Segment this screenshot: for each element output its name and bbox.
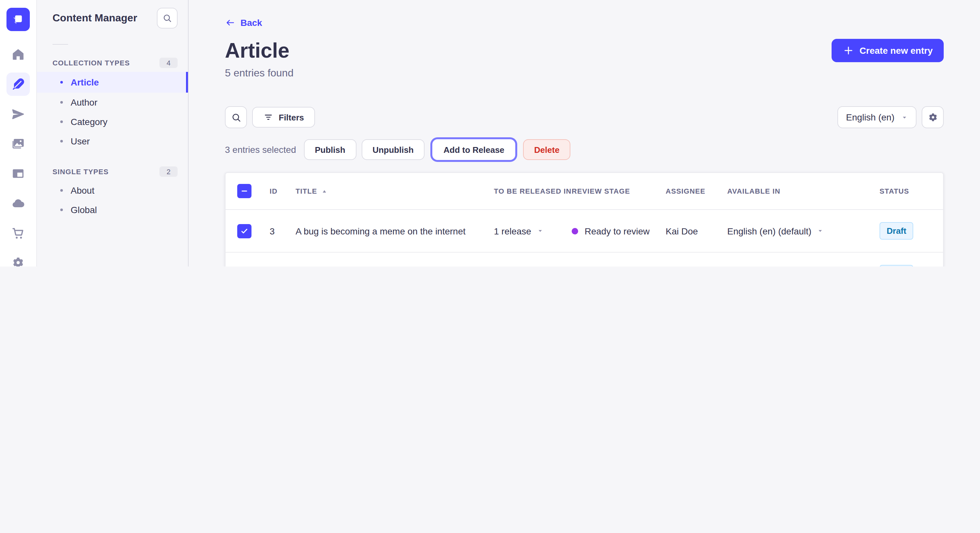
checkmark-icon xyxy=(240,226,249,235)
table-row[interactable]: 3 A bug is becoming a meme on the intern… xyxy=(226,210,943,252)
column-header-to-be-released-in: TO BE RELEASED IN xyxy=(494,187,572,195)
sidebar-item-label: Global xyxy=(71,205,97,215)
home-icon[interactable] xyxy=(6,43,30,66)
media-library-icon[interactable] xyxy=(6,132,30,155)
cell-release[interactable]: 1 release xyxy=(494,226,544,236)
sidebar-item-category[interactable]: Category xyxy=(37,112,188,132)
table-row[interactable]: 4 Beautiful picture - To do - English (e… xyxy=(226,252,943,266)
table-header-row: ID TITLE TO BE RELEASED IN REVIEW STAGE … xyxy=(226,173,943,210)
search-button[interactable] xyxy=(225,106,247,128)
strapi-logo[interactable] xyxy=(6,8,30,31)
section-count-badge: 2 xyxy=(159,167,178,177)
sidebar-item-global[interactable]: Global xyxy=(37,200,188,219)
cell-review-stage: Ready to review xyxy=(572,226,666,236)
app-window: KD Content Manager COLLECTION TYPES 4 Ar… xyxy=(0,0,980,266)
view-settings-button[interactable] xyxy=(922,106,944,128)
status-badge: Draft xyxy=(880,265,913,266)
search-icon xyxy=(231,112,242,123)
column-header-title[interactable]: TITLE xyxy=(296,187,494,195)
page-title: Article xyxy=(225,39,294,62)
main-content: Back Article 5 entries found Create new … xyxy=(189,0,980,266)
bullet-icon xyxy=(60,189,63,192)
back-label: Back xyxy=(240,17,262,28)
bullet-icon xyxy=(60,121,63,123)
divider xyxy=(52,44,68,45)
status-badge: Draft xyxy=(880,222,913,240)
selection-count-label: 3 entries selected xyxy=(225,144,296,155)
delete-button[interactable]: Delete xyxy=(523,139,570,160)
cell-id: 3 xyxy=(270,226,296,236)
marketplace-cart-icon[interactable] xyxy=(6,222,30,245)
caret-down-icon xyxy=(817,227,824,235)
caret-down-icon xyxy=(901,114,908,121)
column-header-assignee: ASSIGNEE xyxy=(666,187,727,195)
settings-gear-icon[interactable] xyxy=(6,251,30,266)
sidebar-item-label: User xyxy=(71,136,90,146)
deploy-cloud-icon[interactable] xyxy=(6,192,30,215)
column-header-review-stage: REVIEW STAGE xyxy=(572,187,666,195)
column-header-available-in: AVAILABLE IN xyxy=(727,187,880,195)
add-to-release-button[interactable]: Add to Release xyxy=(432,139,515,160)
bullet-icon xyxy=(60,140,63,143)
cell-assignee: Kai Doe xyxy=(666,226,727,236)
column-header-status: STATUS xyxy=(880,187,937,195)
navigation-rail: KD xyxy=(0,0,37,266)
plus-icon xyxy=(843,45,854,56)
sort-asc-icon xyxy=(321,187,328,195)
sidebar-item-label: About xyxy=(71,185,94,195)
back-arrow-icon xyxy=(225,17,235,28)
entries-count: 5 entries found xyxy=(225,67,294,79)
collection-types-header: COLLECTION TYPES 4 xyxy=(37,54,188,72)
sidebar: Content Manager COLLECTION TYPES 4 Artic… xyxy=(37,0,189,266)
filters-button[interactable]: Filters xyxy=(252,107,315,128)
content-manager-icon[interactable] xyxy=(6,73,30,96)
bullet-icon xyxy=(60,209,63,211)
create-new-entry-button[interactable]: Create new entry xyxy=(832,39,944,62)
sidebar-item-user[interactable]: User xyxy=(37,132,188,151)
locale-value: English (en) xyxy=(846,112,894,122)
section-count-badge: 4 xyxy=(159,58,178,68)
filter-icon xyxy=(263,112,274,122)
section-label: COLLECTION TYPES xyxy=(52,59,130,67)
sidebar-item-article[interactable]: Article xyxy=(37,72,188,93)
releases-paper-plane-icon[interactable] xyxy=(6,102,30,125)
content-type-builder-icon[interactable] xyxy=(6,162,30,185)
unpublish-button[interactable]: Unpublish xyxy=(361,139,425,160)
column-header-id: ID xyxy=(270,187,296,195)
publish-button[interactable]: Publish xyxy=(304,139,356,160)
gear-icon xyxy=(927,112,938,123)
cell-available-in[interactable]: English (en) (default) xyxy=(727,226,824,236)
sidebar-title: Content Manager xyxy=(52,12,137,24)
sidebar-item-label: Author xyxy=(71,97,97,108)
bullet-icon xyxy=(60,101,63,104)
review-stage-dot xyxy=(572,228,578,234)
sidebar-item-author[interactable]: Author xyxy=(37,93,188,112)
single-types-header: SINGLE TYPES 2 xyxy=(37,163,188,181)
section-label: SINGLE TYPES xyxy=(52,168,108,176)
back-link[interactable]: Back xyxy=(225,17,262,28)
sidebar-item-label: Category xyxy=(71,117,108,127)
locale-select[interactable]: English (en) xyxy=(838,106,916,128)
indeterminate-minus-icon xyxy=(240,187,249,195)
entries-table: ID TITLE TO BE RELEASED IN REVIEW STAGE … xyxy=(225,172,944,266)
caret-down-icon xyxy=(536,227,544,235)
sidebar-search-button[interactable] xyxy=(157,8,178,29)
row-checkbox[interactable] xyxy=(237,224,251,238)
sidebar-item-about[interactable]: About xyxy=(37,181,188,200)
sidebar-item-label: Article xyxy=(71,77,99,87)
cell-title: A bug is becoming a meme on the internet xyxy=(296,226,494,236)
select-all-checkbox[interactable] xyxy=(237,184,251,198)
bullet-icon xyxy=(60,81,63,84)
